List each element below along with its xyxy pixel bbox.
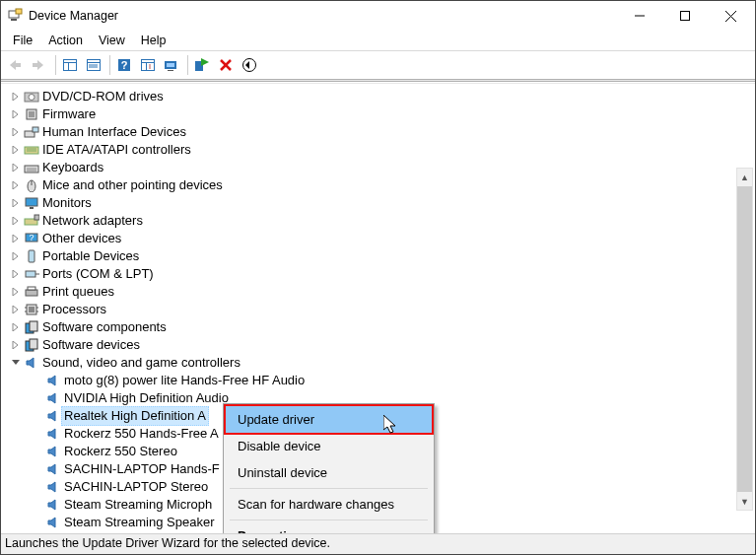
toolbar-separator	[109, 55, 110, 75]
tree-label: Firmware	[40, 105, 98, 123]
tree-label: Monitors	[40, 194, 94, 212]
tree-node-printq[interactable]: Print queues	[9, 283, 755, 301]
svg-rect-26	[168, 70, 173, 71]
svg-marker-67	[13, 288, 18, 296]
tree-node-hid[interactable]: Human Interface Devices	[9, 123, 755, 141]
menu-help[interactable]: Help	[133, 32, 174, 49]
chevron-right-icon[interactable]	[9, 288, 23, 296]
tree-node-ports[interactable]: Ports (COM & LPT)	[9, 265, 755, 283]
vertical-scrollbar[interactable]: ▲ ▼	[736, 168, 753, 511]
menu-action[interactable]: Action	[40, 32, 91, 49]
sound-icon	[44, 498, 62, 512]
tree-node-monitors[interactable]: Monitors	[9, 194, 755, 212]
svg-marker-56	[13, 217, 18, 225]
tree-node-ide[interactable]: IDE ATA/ATAPI controllers	[9, 141, 755, 159]
tree-label: Software components	[40, 318, 169, 336]
chevron-right-icon[interactable]	[9, 323, 23, 331]
svg-marker-86	[48, 393, 55, 403]
svg-marker-42	[13, 146, 18, 154]
update-driver-button[interactable]	[161, 54, 182, 76]
svg-marker-90	[48, 464, 55, 474]
svg-marker-32	[245, 61, 249, 69]
mouse-icon	[23, 178, 40, 192]
menu-disable-device[interactable]: Disable device	[226, 433, 432, 459]
chevron-right-icon[interactable]	[9, 146, 23, 154]
svg-marker-92	[48, 500, 55, 510]
tree-node-other[interactable]: ?Other devices	[9, 230, 755, 247]
chevron-right-icon[interactable]	[9, 164, 23, 172]
scroll-down-button[interactable]: ▼	[737, 493, 752, 510]
app-icon	[7, 8, 23, 24]
menu-file[interactable]: File	[5, 32, 40, 49]
svg-marker-53	[13, 199, 18, 207]
scan-hardware-button[interactable]	[137, 54, 159, 76]
svg-rect-11	[64, 60, 77, 71]
tree-node-moto[interactable]: moto g(8) power lite Hands-Free HF Audio	[31, 372, 755, 389]
sound-icon	[44, 516, 62, 529]
menu-update-driver[interactable]: Update driver	[224, 404, 434, 435]
other-icon: ?	[23, 232, 40, 245]
menu-scan-hardware[interactable]: Scan for hardware changes	[226, 491, 432, 518]
tree-node-processors[interactable]: Processors	[9, 301, 755, 318]
tree-node-swdev[interactable]: Software devices	[9, 336, 755, 354]
sound-icon	[44, 462, 62, 476]
tree-node-mice[interactable]: Mice and other pointing devices	[9, 176, 755, 194]
svg-rect-25	[167, 63, 174, 67]
svg-rect-63	[29, 250, 34, 262]
svg-marker-77	[13, 323, 18, 331]
svg-rect-2	[16, 9, 22, 14]
tree-label: NVIDIA High Definition Audio	[62, 389, 231, 407]
tree-node-network[interactable]: Network adapters	[9, 212, 755, 230]
svg-marker-84	[27, 358, 34, 368]
help-button[interactable]: ?	[113, 54, 135, 76]
maximize-button[interactable]	[662, 1, 708, 31]
tree-label: Mice and other pointing devices	[40, 176, 225, 194]
svg-marker-28	[201, 58, 209, 66]
chevron-right-icon[interactable]	[9, 252, 23, 260]
sound-icon	[44, 374, 62, 387]
printer-icon	[23, 285, 40, 299]
chevron-right-icon[interactable]	[9, 93, 23, 101]
tree-node-swcomp[interactable]: Software components	[9, 318, 755, 336]
enable-button[interactable]	[191, 54, 213, 76]
swdev-icon	[23, 338, 40, 352]
tree-label: Other devices	[40, 230, 123, 247]
chevron-right-icon[interactable]	[9, 181, 23, 189]
monitor-icon	[23, 196, 40, 210]
tree-label: DVD/CD-ROM drives	[40, 88, 166, 105]
uninstall-button[interactable]	[215, 54, 237, 76]
svg-marker-36	[13, 110, 18, 118]
chevron-right-icon[interactable]	[9, 341, 23, 349]
tree-label: Steam Streaming Microph	[62, 496, 214, 514]
menu-view[interactable]: View	[91, 32, 133, 49]
svg-marker-39	[13, 128, 18, 136]
show-hide-tree-button[interactable]	[59, 54, 81, 76]
tree-node-sound[interactable]: Sound, video and game controllers	[9, 354, 755, 372]
close-button[interactable]	[708, 1, 753, 31]
scan-changes-button[interactable]	[239, 54, 260, 76]
chevron-right-icon[interactable]	[9, 270, 23, 278]
chevron-right-icon[interactable]	[9, 217, 23, 225]
tree-label: Ports (COM & LPT)	[40, 265, 156, 283]
keyboard-icon	[23, 161, 40, 174]
chevron-right-icon[interactable]	[9, 199, 23, 207]
scroll-up-button[interactable]: ▲	[737, 169, 752, 185]
toolbar-separator	[187, 55, 188, 75]
chevron-right-icon[interactable]	[9, 110, 23, 118]
minimize-button[interactable]	[617, 1, 662, 31]
tree-node-keyboards[interactable]: Keyboards	[9, 159, 755, 176]
scroll-thumb[interactable]	[737, 186, 752, 492]
svg-marker-50	[13, 181, 18, 189]
chevron-right-icon[interactable]	[9, 306, 23, 313]
chevron-right-icon[interactable]	[9, 128, 23, 136]
forward-button	[29, 54, 50, 76]
properties-button[interactable]	[83, 54, 104, 76]
tree-node-dvd[interactable]: DVD/CD-ROM drives	[9, 88, 755, 105]
tree-node-firmware[interactable]: Firmware	[9, 105, 755, 123]
menu-uninstall-device[interactable]: Uninstall device	[226, 459, 432, 486]
chevron-down-icon[interactable]	[9, 359, 23, 367]
svg-rect-54	[26, 198, 37, 206]
processor-icon	[23, 303, 40, 316]
chevron-right-icon[interactable]	[9, 235, 23, 243]
tree-node-portable[interactable]: Portable Devices	[9, 247, 755, 265]
